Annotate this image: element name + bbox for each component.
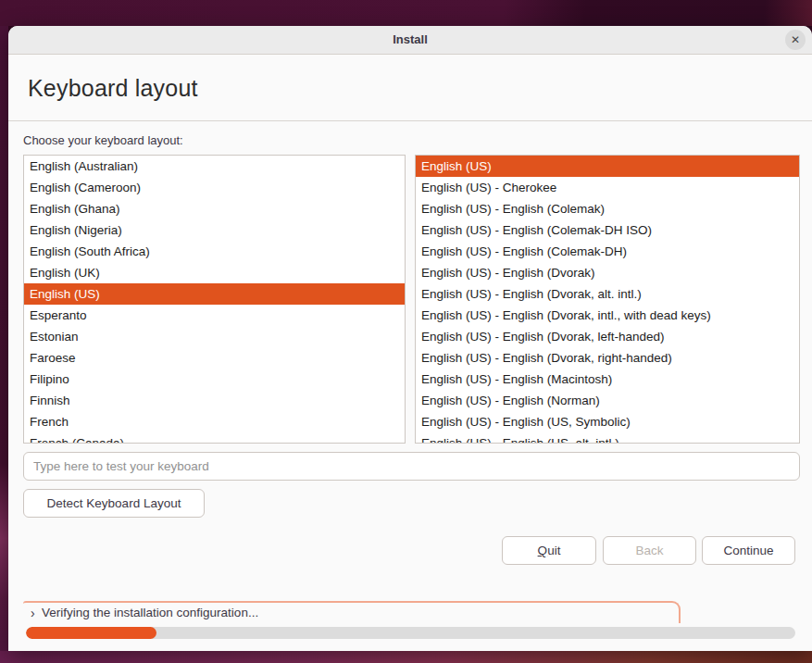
layout-option[interactable]: English (Ghana) [24, 198, 405, 219]
desktop-background: Install ✕ Keyboard layout Choose your ke… [0, 0, 812, 663]
layout-option[interactable]: Esperanto [24, 305, 405, 326]
status-expander[interactable]: › Verifying the installation configurati… [23, 601, 681, 623]
layout-option[interactable]: English (Nigeria) [24, 219, 405, 241]
expander-chevron-icon: › [31, 606, 35, 620]
variant-option[interactable]: English (US) - English (US, Symbolic) [416, 411, 799, 432]
layout-option[interactable]: English (US) [24, 283, 405, 305]
variant-option[interactable]: English (US) - English (Colemak-DH) [416, 241, 799, 262]
layout-option[interactable]: Filipino [24, 369, 405, 390]
layout-option[interactable]: French (Canada) [24, 432, 405, 444]
keyboard-layout-list[interactable]: English (Australian)English (Cameroon)En… [23, 155, 406, 444]
variant-option[interactable]: English (US) - English (Dvorak, alt. int… [416, 283, 799, 305]
layout-option[interactable]: English (Cameroon) [24, 177, 405, 198]
variant-option[interactable]: English (US) - English (Colemak-DH ISO) [416, 219, 799, 241]
layout-option[interactable]: Faroese [24, 347, 405, 369]
desktop-wallpaper-bottom [0, 651, 812, 663]
close-icon: ✕ [791, 33, 800, 46]
layout-option[interactable]: French [24, 411, 405, 432]
variant-option[interactable]: English (US) - English (Colemak) [416, 198, 799, 219]
desktop-wallpaper-top [0, 0, 812, 26]
page-header: Keyboard layout [8, 55, 812, 121]
layout-option[interactable]: English (South Africa) [24, 241, 405, 262]
variant-option[interactable]: English (US) - English (Dvorak, left-han… [416, 326, 799, 347]
detect-keyboard-button[interactable]: Detect Keyboard Layout [23, 489, 205, 518]
layout-option[interactable]: Finnish [24, 390, 405, 411]
variant-option[interactable]: English (US) [416, 156, 799, 177]
install-progress-fill [26, 627, 156, 639]
continue-button[interactable]: Continue [702, 536, 795, 565]
window-title: Install [8, 26, 812, 54]
install-progress-bar [26, 627, 795, 639]
keyboard-variant-list[interactable]: English (US)English (US) - CherokeeEngli… [415, 155, 800, 444]
quit-button-label: Quit [538, 544, 561, 557]
layout-option[interactable]: Estonian [24, 326, 405, 347]
choose-layout-label: Choose your keyboard layout: [23, 133, 183, 147]
layout-option[interactable]: English (Australian) [24, 156, 405, 177]
variant-option[interactable]: English (US) - English (Macintosh) [416, 369, 799, 390]
variant-option[interactable]: English (US) - English (Dvorak) [416, 262, 799, 283]
variant-option[interactable]: English (US) - English (Norman) [416, 390, 799, 411]
back-button[interactable]: Back [603, 536, 696, 565]
variant-option[interactable]: English (US) - English (Dvorak, right-ha… [416, 347, 799, 369]
page-title: Keyboard layout [8, 55, 812, 102]
desktop-wallpaper-left [0, 26, 8, 651]
installer-window: Install ✕ Keyboard layout Choose your ke… [8, 26, 812, 651]
quit-button[interactable]: Quit [502, 536, 596, 565]
layout-option[interactable]: English (UK) [24, 262, 405, 283]
titlebar[interactable]: Install ✕ [8, 26, 812, 55]
variant-option[interactable]: English (US) - Cherokee [416, 177, 799, 198]
close-button[interactable]: ✕ [785, 30, 806, 50]
variant-option[interactable]: English (US) - English (US, alt. intl.) [416, 432, 799, 444]
status-message: Verifying the installation configuration… [42, 606, 258, 619]
variant-option[interactable]: English (US) - English (Dvorak, intl., w… [416, 305, 799, 326]
keyboard-test-input[interactable] [23, 452, 800, 481]
